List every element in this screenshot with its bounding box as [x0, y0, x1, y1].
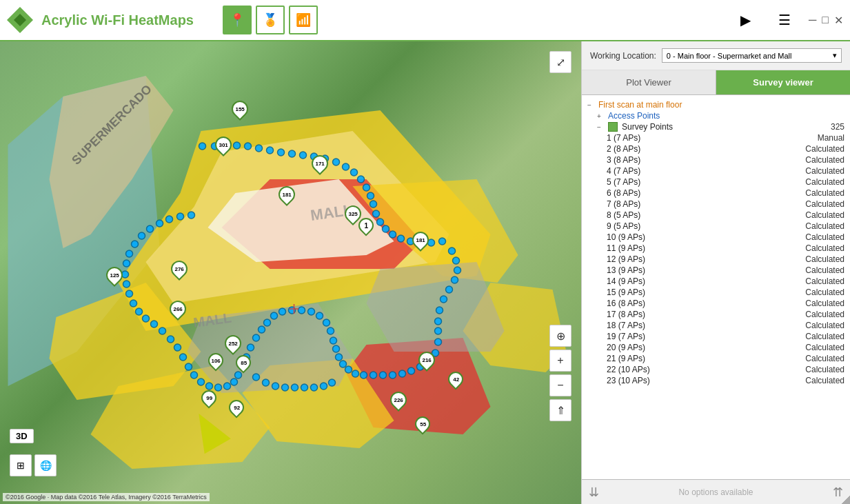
sp16-value: Calculated	[798, 299, 844, 308]
svg-point-69	[308, 308, 315, 315]
svg-point-95	[130, 300, 137, 307]
survey-points-checkbox[interactable]	[608, 122, 618, 132]
svg-point-58	[370, 372, 377, 379]
marker-266[interactable]: 266	[170, 301, 186, 317]
tree-item-sp21[interactable]: 21 (9 APs) Calculated	[582, 353, 850, 364]
marker-155[interactable]: 155	[232, 101, 248, 117]
sp14-label: 14 (9 APs)	[607, 276, 797, 286]
marker-42[interactable]: 42	[448, 372, 463, 387]
app-title-suffix: HeatMaps	[129, 12, 194, 28]
sp4-value: Calculated	[798, 166, 844, 176]
marker-276[interactable]: 276	[171, 261, 188, 277]
zoom-in-button[interactable]: +	[549, 350, 571, 372]
marker-226[interactable]: 226	[390, 392, 407, 408]
zoom-out-button[interactable]: −	[549, 374, 571, 396]
svg-point-40	[439, 238, 446, 245]
marker-181b[interactable]: 181	[412, 232, 429, 248]
working-location-dropdown[interactable]: 0 - Main floor - Supermarket and Mall ▾	[662, 48, 842, 63]
tree-item-sp9[interactable]: 9 (5 APs) Calculated	[582, 221, 850, 232]
svg-point-56	[389, 372, 396, 379]
marker-301[interactable]: 301	[215, 137, 232, 153]
survey-points-count: 325	[824, 122, 844, 132]
bottom-nav-left[interactable]: ⇊	[589, 485, 599, 500]
collapse-icon: −	[587, 101, 596, 109]
marker-106[interactable]: 106	[208, 353, 223, 368]
tree-item-sp2[interactable]: 2 (8 APs) Calculated	[582, 143, 850, 154]
svg-point-97	[123, 281, 130, 288]
marker-181a[interactable]: 181	[279, 186, 295, 203]
tree-item-sp22[interactable]: 22 (10 APs) Calculated	[582, 364, 850, 375]
tree-item-sp17[interactable]: 17 (8 APs) Calculated	[582, 309, 850, 320]
svg-point-109	[253, 374, 260, 381]
marker-92[interactable]: 92	[229, 400, 244, 415]
sp23-label: 23 (10 APs)	[607, 376, 797, 385]
3d-mode-button[interactable]: 3D	[10, 429, 34, 443]
close-button[interactable]: ✕	[834, 14, 843, 27]
marker-252[interactable]: 252	[225, 335, 241, 352]
marker-125[interactable]: 125	[106, 267, 123, 283]
tree-item-sp15[interactable]: 15 (9 APs) Calculated	[582, 287, 850, 298]
toolbar-signal-btn[interactable]: 📶	[289, 6, 318, 34]
map-area[interactable]: MALL MALL SUPERMERCADO 155 301 171 181	[0, 41, 581, 504]
menu-button[interactable]: ☰	[770, 6, 799, 34]
marker-216[interactable]: 216	[418, 352, 435, 368]
toolbar-award-btn[interactable]: 🏅	[256, 6, 285, 34]
tree-item-sp1[interactable]: 1 (7 APs) Manual	[582, 132, 850, 143]
tree-item-access-points[interactable]: + Access Points	[582, 110, 850, 121]
svg-point-80	[235, 372, 242, 379]
map-globe-button[interactable]: 🌐	[34, 454, 57, 476]
maximize-button[interactable]: □	[822, 14, 829, 26]
tab-plot-viewer[interactable]: Plot Viewer	[582, 70, 716, 94]
marker-171[interactable]: 171	[312, 155, 328, 172]
map-grid-button[interactable]: ⊞	[10, 454, 32, 476]
tree-item-sp11[interactable]: 11 (9 APs) Calculated	[582, 243, 850, 254]
tree-item-sp12[interactable]: 12 (9 APs) Calculated	[582, 254, 850, 265]
tree-item-survey-points[interactable]: − Survey Points 325	[582, 121, 850, 132]
tree-item-sp10[interactable]: 10 (9 APs) Calculated	[582, 232, 850, 243]
app-logo	[7, 7, 33, 33]
tree-item-sp23[interactable]: 23 (10 APs) Calculated	[582, 375, 850, 386]
sp2-label: 2 (8 APs)	[607, 144, 797, 154]
tree-item-sp20[interactable]: 20 (9 APs) Calculated	[582, 342, 850, 353]
svg-point-114	[301, 384, 308, 391]
sp19-label: 19 (7 APs)	[607, 332, 797, 341]
sp22-label: 22 (10 APs)	[607, 365, 797, 374]
tree-item-sp18[interactable]: 18 (7 APs) Calculated	[582, 320, 850, 331]
marker-85[interactable]: 85	[236, 355, 251, 370]
svg-point-92	[151, 321, 158, 327]
zoom-reset-button[interactable]: ⇑	[549, 399, 571, 421]
tree-item-scan[interactable]: − First scan at main floor	[582, 99, 850, 110]
svg-point-18	[256, 145, 263, 152]
svg-point-93	[143, 315, 150, 322]
tree-item-sp7[interactable]: 7 (8 APs) Calculated	[582, 199, 850, 210]
tree-item-sp6[interactable]: 6 (8 APs) Calculated	[582, 188, 850, 199]
minimize-button[interactable]: ─	[809, 14, 816, 26]
marker-1[interactable]: 1	[358, 218, 374, 233]
resize-handle[interactable]	[842, 496, 850, 504]
tree-item-sp4[interactable]: 4 (7 APs) Calculated	[582, 165, 850, 177]
svg-point-34	[383, 225, 389, 232]
bottom-status: No options available	[599, 487, 833, 497]
marker-55[interactable]: 55	[415, 416, 430, 432]
tree-item-sp5[interactable]: 5 (7 APs) Calculated	[582, 177, 850, 188]
play-button[interactable]: ▶	[731, 6, 760, 34]
tree-view[interactable]: − First scan at main floor + Access Poin…	[582, 95, 850, 479]
svg-point-63	[336, 354, 343, 361]
svg-point-59	[361, 372, 367, 379]
tree-item-sp8[interactable]: 8 (5 APs) Calculated	[582, 210, 850, 221]
tree-item-sp3[interactable]: 3 (8 APs) Calculated	[582, 154, 850, 165]
expand-icon: +	[597, 112, 605, 120]
tree-item-sp16[interactable]: 16 (8 APs) Calculated	[582, 298, 850, 309]
tree-item-sp13[interactable]: 13 (9 APs) Calculated	[582, 265, 850, 276]
working-location-label: Working Location:	[590, 51, 656, 61]
toolbar-icons: 📍 🏅 📶	[223, 6, 318, 34]
map-expand-button[interactable]: ⤢	[549, 51, 571, 73]
toolbar-location-btn[interactable]: 📍	[223, 6, 252, 34]
marker-99[interactable]: 99	[201, 390, 216, 405]
svg-point-62	[340, 361, 347, 367]
tree-item-sp19[interactable]: 19 (7 APs) Calculated	[582, 331, 850, 342]
svg-point-73	[271, 312, 278, 319]
tab-survey-viewer[interactable]: Survey viewer	[716, 70, 850, 94]
compass-button[interactable]: ⊕	[549, 325, 571, 347]
tree-item-sp14[interactable]: 14 (9 APs) Calculated	[582, 276, 850, 287]
